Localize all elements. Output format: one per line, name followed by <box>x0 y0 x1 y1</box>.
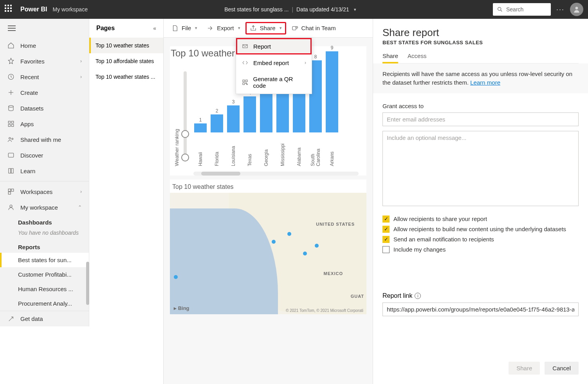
nav-myworkspace[interactable]: My workspace ⌃ <box>0 199 89 215</box>
nav-create[interactable]: Create <box>0 85 89 100</box>
report-item[interactable]: Best states for sun... <box>0 253 89 267</box>
bar-category: Arkans <box>329 136 335 166</box>
chevron-down-icon: ▾ <box>238 25 240 31</box>
svg-point-9 <box>9 138 11 139</box>
mi-label: Embed report <box>253 60 289 66</box>
bar-value: 2 <box>216 108 218 114</box>
chevron-down-icon: ▾ <box>195 25 197 31</box>
nav-apps[interactable]: Apps <box>0 116 89 132</box>
discover-icon <box>7 151 15 159</box>
qr-code-item[interactable]: Generate a QR code <box>236 71 312 94</box>
user-avatar[interactable] <box>570 3 583 16</box>
collapse-pages-icon[interactable]: « <box>153 25 156 31</box>
horizontal-scrollbar[interactable] <box>193 172 359 176</box>
checkbox-icon <box>382 246 390 253</box>
map-credits: © 2021 TomTom, © 2021 Microsoft Corporat… <box>286 308 363 313</box>
report-link-input[interactable] <box>382 302 579 316</box>
email-input[interactable] <box>382 112 579 126</box>
report-item[interactable]: Customer Profitabi... <box>0 267 89 282</box>
file-button[interactable]: File ▾ <box>168 22 201 34</box>
tab-share[interactable]: Share <box>382 53 398 63</box>
grant-access-label: Grant access to <box>382 103 579 109</box>
nav-shared[interactable]: Shared with me <box>0 132 89 147</box>
cancel-button[interactable]: Cancel <box>545 362 579 375</box>
map-visual[interactable]: Top 10 weather states UNITED STATES MEXI… <box>170 179 366 314</box>
svg-rect-5 <box>8 121 10 123</box>
scrollbar-thumb[interactable] <box>86 262 89 305</box>
nav-workspaces[interactable]: Workspaces › <box>0 184 89 199</box>
nav-home[interactable]: Home <box>0 38 89 53</box>
bar-category: Mississippi <box>280 136 285 166</box>
slider-handle-upper[interactable] <box>181 154 189 161</box>
share-submit-button[interactable]: Share <box>509 362 540 375</box>
svg-line-1 <box>501 10 502 11</box>
page-tab[interactable]: Top 10 weather states <box>89 38 163 53</box>
svg-rect-22 <box>245 83 246 83</box>
map-label-us: UNITED STATES <box>316 222 355 226</box>
file-label: File <box>182 25 191 31</box>
search-icon <box>497 6 503 13</box>
bar <box>260 87 272 132</box>
nav-label: Apps <box>20 121 34 127</box>
map-area[interactable]: UNITED STATES MEXICO GUAT ▸ Bing © 2021 … <box>170 193 366 314</box>
mi-label: Report <box>253 43 271 50</box>
search-input[interactable]: Search <box>493 3 551 16</box>
embed-report-item[interactable]: Embed report › <box>236 54 312 71</box>
nav-getdata[interactable]: Get data <box>0 311 89 326</box>
slider-handle-lower[interactable] <box>181 130 189 138</box>
report-item[interactable]: Procurement Analy... <box>0 296 89 311</box>
database-icon <box>7 104 15 112</box>
app-launcher-icon[interactable] <box>5 5 14 14</box>
export-label: Export <box>217 25 234 31</box>
nav-label: Datasets <box>20 105 43 112</box>
export-icon <box>207 25 214 32</box>
chat-teams-button[interactable]: Chat in Team <box>287 22 340 34</box>
check-include-changes[interactable]: Include my changes <box>382 246 579 253</box>
page-tab[interactable]: Top 10 affordable states <box>89 53 163 69</box>
divider: | <box>292 6 293 13</box>
tab-access[interactable]: Access <box>408 53 426 63</box>
mail-icon <box>242 43 249 50</box>
nav-favorites[interactable]: Favorites › <box>0 53 89 69</box>
data-updated-label[interactable]: Data updated 4/13/21 <box>296 6 349 13</box>
svg-rect-20 <box>245 80 247 82</box>
check-send-email[interactable]: Send an email notification to recipients <box>382 236 579 243</box>
report-item[interactable]: Human Resources ... <box>0 282 89 296</box>
nav-toggle-icon[interactable] <box>8 25 16 31</box>
star-icon <box>7 57 15 65</box>
getdata-icon <box>7 315 15 323</box>
chevron-down-icon[interactable]: ▾ <box>354 7 356 12</box>
bar <box>227 105 240 132</box>
bar-value: 3 <box>232 99 235 105</box>
nav-label: Learn <box>20 168 35 174</box>
nav-learn[interactable]: Learn <box>0 163 89 179</box>
bar <box>326 51 338 132</box>
report-title-header[interactable]: Best states for sunglass ... <box>224 6 289 13</box>
page-tab[interactable]: Top 10 weather states ... <box>89 69 163 85</box>
map-title: Top 10 weather states <box>170 179 366 193</box>
bar-value: 8 <box>314 54 317 60</box>
nav-label: Home <box>20 42 36 49</box>
nav-recent[interactable]: Recent › <box>0 69 89 85</box>
share-report-item[interactable]: Report <box>236 38 312 54</box>
check-allow-build[interactable]: Allow recipients to build new content us… <box>382 226 579 233</box>
share-icon <box>250 25 257 32</box>
message-textarea[interactable] <box>382 131 579 206</box>
mi-label: Generate a QR code <box>253 76 306 89</box>
svg-rect-19 <box>243 80 245 82</box>
svg-rect-16 <box>292 26 296 30</box>
export-button[interactable]: Export ▾ <box>203 22 244 34</box>
nav-discover[interactable]: Discover <box>0 147 89 163</box>
more-options-icon[interactable]: ··· <box>556 5 565 14</box>
share-label: Share <box>260 25 276 31</box>
nav-datasets[interactable]: Datasets <box>0 100 89 116</box>
teams-icon <box>291 25 298 32</box>
info-icon[interactable]: i <box>415 293 421 299</box>
reports-header: Reports <box>0 240 89 253</box>
share-button[interactable]: Share ▾ <box>246 22 286 34</box>
check-allow-share[interactable]: Allow recipients to share your report <box>382 216 579 223</box>
clock-icon <box>7 73 15 81</box>
range-slider[interactable] <box>184 71 187 161</box>
learn-more-link[interactable]: Learn more <box>470 79 500 86</box>
apps-icon <box>7 120 15 128</box>
